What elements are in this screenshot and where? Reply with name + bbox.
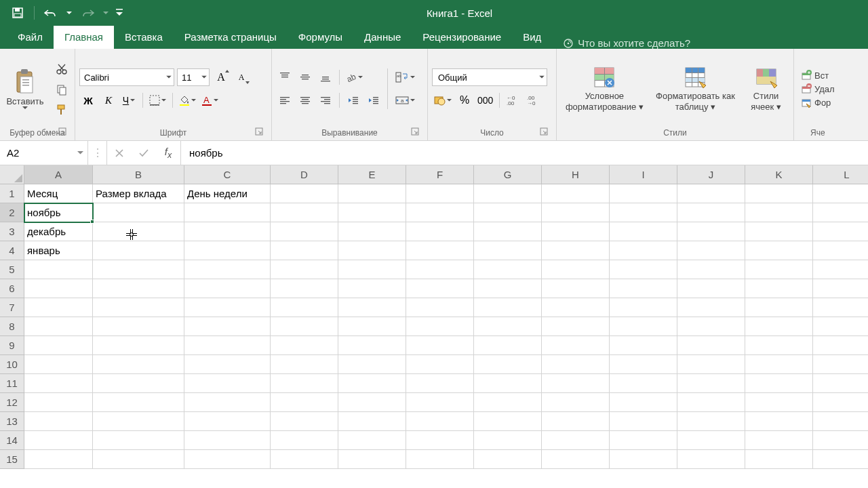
cell-A8[interactable] bbox=[24, 317, 93, 336]
row-header-5[interactable]: 5 bbox=[0, 260, 24, 279]
row-header-14[interactable]: 14 bbox=[0, 431, 24, 450]
cell-F4[interactable] bbox=[406, 241, 474, 260]
cell-E1[interactable] bbox=[338, 184, 406, 203]
cell-H11[interactable] bbox=[542, 374, 610, 393]
cell-A6[interactable] bbox=[24, 279, 93, 298]
cell-E14[interactable] bbox=[338, 431, 406, 450]
comma-style-button[interactable]: 000 bbox=[476, 92, 494, 109]
redo-dropdown[interactable] bbox=[101, 2, 111, 24]
merge-center-button[interactable]: a bbox=[393, 92, 417, 109]
cell-E6[interactable] bbox=[338, 279, 406, 298]
cell-E15[interactable] bbox=[338, 450, 406, 469]
row-header-12[interactable]: 12 bbox=[0, 393, 24, 412]
cell-L7[interactable] bbox=[813, 298, 868, 317]
cell-L12[interactable] bbox=[813, 393, 868, 412]
name-box-expand[interactable]: ⋮ bbox=[88, 141, 107, 165]
tab-home[interactable]: Главная bbox=[54, 26, 114, 49]
tab-formulas[interactable]: Формулы bbox=[288, 26, 353, 49]
underline-button[interactable]: Ч bbox=[120, 92, 138, 109]
increase-indent[interactable] bbox=[365, 92, 382, 109]
cell-K14[interactable] bbox=[745, 431, 813, 450]
cell-A3[interactable]: декабрь bbox=[24, 222, 93, 241]
insert-function-button[interactable]: fx bbox=[156, 141, 180, 165]
row-header-6[interactable]: 6 bbox=[0, 279, 24, 298]
column-header-G[interactable]: G bbox=[474, 165, 542, 184]
cell-D7[interactable] bbox=[271, 298, 338, 317]
cell-C1[interactable]: День недели bbox=[184, 184, 271, 203]
cell-I12[interactable] bbox=[610, 393, 677, 412]
cell-L15[interactable] bbox=[813, 450, 868, 469]
cell-I10[interactable] bbox=[610, 355, 677, 374]
column-header-E[interactable]: E bbox=[338, 165, 406, 184]
align-middle[interactable] bbox=[296, 68, 314, 86]
align-left[interactable] bbox=[276, 92, 294, 109]
cell-B8[interactable] bbox=[93, 317, 184, 336]
cell-K10[interactable] bbox=[745, 355, 813, 374]
cell-H6[interactable] bbox=[542, 279, 610, 298]
row-header-8[interactable]: 8 bbox=[0, 317, 24, 336]
cell-J15[interactable] bbox=[677, 450, 745, 469]
cell-G4[interactable] bbox=[474, 241, 542, 260]
row-header-10[interactable]: 10 bbox=[0, 355, 24, 374]
cell-C7[interactable] bbox=[184, 298, 271, 317]
cell-E10[interactable] bbox=[338, 355, 406, 374]
cell-D1[interactable] bbox=[271, 184, 338, 203]
cancel-edit-button[interactable] bbox=[107, 141, 132, 165]
column-header-A[interactable]: A bbox=[24, 165, 93, 184]
cell-F14[interactable] bbox=[406, 431, 474, 450]
row-header-2[interactable]: 2 bbox=[0, 203, 24, 222]
cell-A2[interactable]: ноябрь bbox=[24, 203, 93, 222]
row-header-4[interactable]: 4 bbox=[0, 241, 24, 260]
cell-E13[interactable] bbox=[338, 412, 406, 431]
paste-button[interactable]: Вставить bbox=[3, 66, 46, 111]
cell-H8[interactable] bbox=[542, 317, 610, 336]
cell-G10[interactable] bbox=[474, 355, 542, 374]
cell-H14[interactable] bbox=[542, 431, 610, 450]
cell-L11[interactable] bbox=[813, 374, 868, 393]
select-all-corner[interactable] bbox=[0, 165, 24, 184]
format-as-table-button[interactable]: Форматировать как таблицу ▾ bbox=[651, 64, 740, 113]
cell-G8[interactable] bbox=[474, 317, 542, 336]
column-header-C[interactable]: C bbox=[184, 165, 271, 184]
cell-G14[interactable] bbox=[474, 431, 542, 450]
number-format-combo[interactable]: Общий bbox=[432, 68, 547, 86]
cell-D4[interactable] bbox=[271, 241, 338, 260]
cell-C10[interactable] bbox=[184, 355, 271, 374]
column-header-B[interactable]: B bbox=[93, 165, 184, 184]
cell-A12[interactable] bbox=[24, 393, 93, 412]
cell-J5[interactable] bbox=[677, 260, 745, 279]
cell-H7[interactable] bbox=[542, 298, 610, 317]
align-bottom[interactable] bbox=[317, 68, 334, 86]
cell-J10[interactable] bbox=[677, 355, 745, 374]
cell-A1[interactable]: Месяц bbox=[24, 184, 93, 203]
column-header-H[interactable]: H bbox=[542, 165, 610, 184]
orientation-button[interactable]: ab bbox=[344, 68, 364, 86]
cell-L13[interactable] bbox=[813, 412, 868, 431]
cell-D12[interactable] bbox=[271, 393, 338, 412]
cell-D5[interactable] bbox=[271, 260, 338, 279]
cell-F1[interactable] bbox=[406, 184, 474, 203]
borders-button[interactable] bbox=[148, 92, 167, 109]
cell-H1[interactable] bbox=[542, 184, 610, 203]
cell-J6[interactable] bbox=[677, 279, 745, 298]
cell-C11[interactable] bbox=[184, 374, 271, 393]
cell-B9[interactable] bbox=[93, 336, 184, 355]
cell-L9[interactable] bbox=[813, 336, 868, 355]
cell-C5[interactable] bbox=[184, 260, 271, 279]
cell-J4[interactable] bbox=[677, 241, 745, 260]
accounting-format-button[interactable] bbox=[432, 92, 453, 109]
cell-E12[interactable] bbox=[338, 393, 406, 412]
cell-G1[interactable] bbox=[474, 184, 542, 203]
font-size-combo[interactable]: 11 bbox=[177, 68, 210, 86]
cell-J8[interactable] bbox=[677, 317, 745, 336]
cell-J14[interactable] bbox=[677, 431, 745, 450]
cell-K1[interactable] bbox=[745, 184, 813, 203]
cell-K2[interactable] bbox=[745, 203, 813, 222]
align-right[interactable] bbox=[317, 92, 334, 109]
font-dialog-launcher[interactable] bbox=[255, 127, 264, 137]
cell-D15[interactable] bbox=[271, 450, 338, 469]
cell-C12[interactable] bbox=[184, 393, 271, 412]
cell-G5[interactable] bbox=[474, 260, 542, 279]
cell-D9[interactable] bbox=[271, 336, 338, 355]
copy-button[interactable] bbox=[53, 81, 71, 98]
